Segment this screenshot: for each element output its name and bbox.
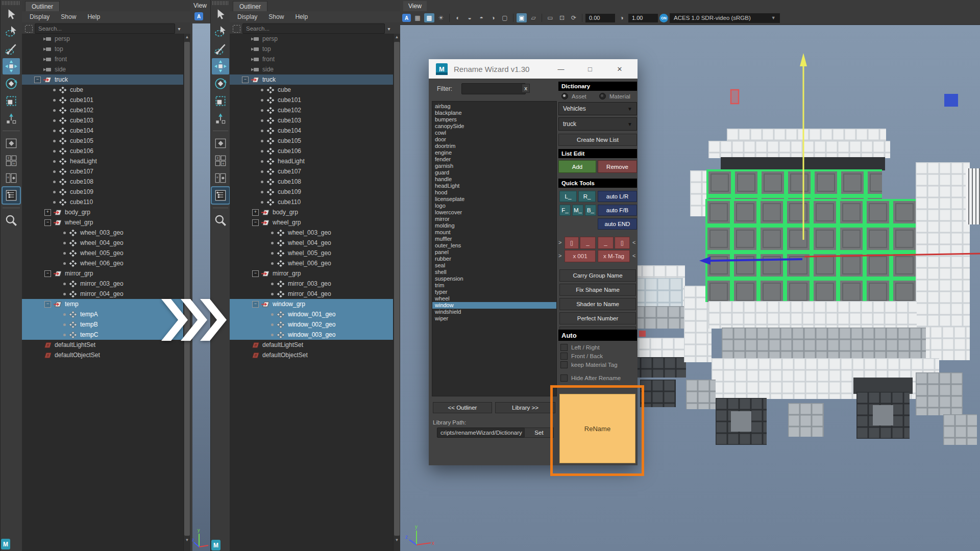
view-tab[interactable]: View (193, 2, 207, 9)
lasso-select-tool-icon[interactable] (212, 23, 229, 40)
word-item-mount[interactable]: mount (432, 229, 556, 236)
outliner-row-wheel_005_geo[interactable]: wheel_005_geo (22, 248, 184, 258)
word-item-suspension[interactable]: suspension (432, 276, 556, 282)
outliner-row-mirror_004_geo[interactable]: mirror_004_geo (230, 289, 394, 299)
collapse-icon[interactable]: − (242, 77, 249, 83)
zoom-tool-icon[interactable] (3, 212, 20, 229)
outliner-row-defaultLightSet[interactable]: defaultLightSet (22, 340, 184, 350)
word-item-garnish[interactable]: garnish (432, 163, 556, 169)
select-tool-icon[interactable] (212, 6, 229, 22)
layout-two-tool-icon[interactable]: + (212, 170, 229, 186)
menu-display[interactable]: Display (30, 13, 50, 20)
scroll-up-icon[interactable]: ▲ (394, 34, 400, 41)
outliner-row-wheel_004_geo[interactable]: wheel_004_geo (22, 238, 184, 248)
close-button[interactable]: ✕ (612, 59, 627, 79)
outliner-row-mirror_grp[interactable]: −mirror_grp (22, 268, 184, 279)
auto-end-button[interactable]: auto END (598, 218, 637, 230)
outliner-row-defaultObjectSet[interactable]: defaultObjectSet (230, 350, 394, 360)
search-options-chevron-icon[interactable]: ▾ (175, 26, 183, 32)
collapse-icon[interactable]: − (44, 219, 51, 226)
word-item-rubber[interactable]: rubber (432, 256, 556, 262)
outliner-row-cube109[interactable]: cube109 (230, 187, 394, 197)
rotate-tool-icon[interactable] (212, 76, 229, 92)
shadows-icon[interactable]: ◒ (464, 13, 475, 22)
remove-button[interactable]: Remove (598, 160, 637, 173)
auto-lr-button[interactable]: auto L/R (598, 191, 637, 202)
outliner-tab[interactable]: Outliner (233, 1, 267, 12)
outliner-row-side[interactable]: side (22, 64, 184, 74)
suffix-underscore-button[interactable]: _ (598, 237, 614, 249)
word-item-windshield[interactable]: windshield (432, 309, 556, 315)
shader-to-name-button[interactable]: Shader to Name (559, 298, 636, 310)
dialog-titlebar[interactable]: M Rename Wizard v1.30 — □ ✕ (429, 59, 638, 79)
outliner-row-body_grp[interactable]: +body_grp (22, 207, 184, 217)
lighting-icon[interactable]: ☀ (436, 13, 446, 22)
left-prefix-button[interactable]: L_ (559, 191, 577, 202)
layout-outliner-tool-icon[interactable] (3, 187, 20, 204)
add-button[interactable]: Add (558, 160, 596, 173)
outliner-row-wheel_005_geo[interactable]: wheel_005_geo (230, 248, 394, 258)
select-tool-icon[interactable] (3, 6, 20, 22)
word-item-licenseplate[interactable]: licenseplate (432, 196, 556, 203)
shift-left-icon[interactable]: > (558, 239, 561, 245)
collapse-icon[interactable]: − (44, 301, 51, 308)
menu-show[interactable]: Show (61, 13, 76, 20)
layout-quad-tool-icon[interactable]: ++ (212, 153, 229, 169)
left-right-checkbox[interactable]: Left / Right (560, 344, 600, 351)
word-item-seal[interactable]: seal (432, 262, 556, 269)
word-item-molding[interactable]: molding (432, 222, 556, 229)
outliner-row-cube102[interactable]: cube102 (22, 105, 184, 115)
exposure-refresh-icon[interactable]: ⟳ (569, 13, 579, 22)
category-dropdown[interactable]: Vehicles▼ (558, 102, 637, 115)
collapse-icon[interactable]: − (252, 219, 259, 226)
middle-prefix-button[interactable]: M_ (572, 205, 583, 216)
outliner-row-cube101[interactable]: cube101 (230, 95, 394, 105)
minimize-button[interactable]: — (553, 59, 569, 79)
front-prefix-button[interactable]: F_ (559, 205, 571, 216)
outliner-row-defaultLightSet[interactable]: defaultLightSet (230, 340, 394, 350)
x-mtag-button[interactable]: x M-Tag (598, 250, 630, 262)
color-management-on-icon[interactable]: ON (659, 14, 668, 22)
outliner-row-cube[interactable]: cube (230, 85, 394, 95)
outliner-row-cube107[interactable]: cube107 (230, 166, 394, 177)
word-item-doortrim[interactable]: doortrim (432, 143, 556, 149)
outliner-row-headLight[interactable]: headLight (230, 156, 394, 166)
hide-after-rename-checkbox[interactable]: Hide After Rename (560, 374, 621, 382)
word-item-blackplane[interactable]: blackplane (432, 110, 556, 116)
outliner-row-window_grp[interactable]: −window_grp (230, 299, 394, 309)
outliner-row-cube110[interactable]: cube110 (22, 197, 184, 207)
align-tool-icon[interactable] (212, 110, 229, 127)
snapshot-icon[interactable]: ▱ (528, 13, 538, 22)
collapse-icon[interactable]: − (34, 77, 41, 83)
outliner-row-tempA[interactable]: tempA (22, 309, 184, 319)
outliner-row-mirror_004_geo[interactable]: mirror_004_geo (22, 289, 184, 299)
outliner-row-side[interactable]: side (230, 64, 394, 74)
back-prefix-button[interactable]: B_ (585, 205, 596, 216)
word-item-outer_lens[interactable]: outer_lens (432, 242, 556, 249)
outliner-row-wheel_006_geo[interactable]: wheel_006_geo (22, 258, 184, 268)
outliner-row-wheel_003_geo[interactable]: wheel_003_geo (22, 228, 184, 238)
word-item-canopySide[interactable]: canopySide (432, 123, 556, 130)
word-item-bumpers[interactable]: bumpers (432, 116, 556, 123)
scale-tool-icon[interactable] (3, 93, 20, 109)
fix-shape-name-button[interactable]: Fix Shape Name (559, 284, 636, 296)
scrollbar-thumb[interactable] (394, 42, 400, 536)
outliner-row-tempC[interactable]: tempC (22, 330, 184, 340)
move-tool-icon[interactable] (3, 58, 20, 74)
viewport-a-icon[interactable]: A (402, 14, 411, 22)
viewport-a-icon[interactable]: A (194, 12, 203, 20)
menu-help[interactable]: Help (87, 13, 100, 20)
filter-input[interactable] (461, 83, 526, 94)
outliner-row-cube101[interactable]: cube101 (22, 95, 184, 105)
prefix-underscore-button[interactable]: _ (580, 237, 596, 249)
outliner-row-cube105[interactable]: cube105 (230, 136, 394, 146)
word-item-lowercover[interactable]: lowercover (432, 209, 556, 216)
toolbox-grip[interactable] (212, 1, 229, 5)
layout-two-tool-icon[interactable]: + (3, 170, 20, 186)
outliner-row-top[interactable]: top (22, 44, 184, 54)
outliner-row-mirror_grp[interactable]: −mirror_grp (230, 268, 394, 279)
word-item-handle[interactable]: handle (432, 176, 556, 183)
auto-fb-button[interactable]: auto F/B (598, 205, 637, 216)
outliner-row-wheel_grp[interactable]: −wheel_grp (22, 217, 184, 228)
word-item-window[interactable]: window (432, 302, 556, 309)
